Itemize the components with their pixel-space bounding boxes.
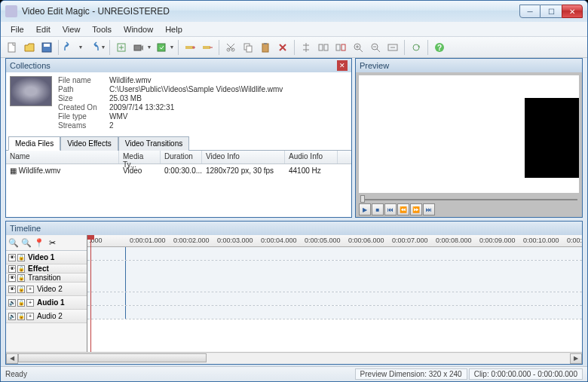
track-area-effect[interactable] [87,261,582,270]
tab-video-transitions[interactable]: Video Transitions [118,136,190,151]
table-row[interactable]: ▦ Wildlife.wmv Video 0:00:30.0... 1280x7… [6,164,351,176]
cut-button[interactable] [222,39,239,56]
group-button[interactable] [315,39,332,56]
window-title: Video Edit Magic - UNREGISTERED [22,6,519,17]
paste-button[interactable] [257,39,274,56]
toolbar: ▼ ▼ ▼ ▼ ? [1,37,587,58]
track-video1[interactable]: 👁🔒Video 1 [6,251,87,264]
menu-file[interactable]: File [5,23,29,35]
menu-edit[interactable]: Edit [31,23,56,35]
capture-dropdown[interactable]: ▼ [146,44,152,50]
collections-title: Collections [10,61,51,70]
svg-rect-2 [44,44,50,47]
import-button[interactable] [113,39,130,56]
add-track-button[interactable] [182,39,198,56]
track-transition[interactable]: 👁🔒Transition [6,274,87,283]
play-button[interactable]: ▶ [359,203,371,215]
zoom-out-button[interactable] [367,39,384,56]
svg-rect-11 [247,46,252,52]
status-ready: Ready [5,370,27,378]
svg-rect-13 [264,43,267,44]
next-frame-button[interactable]: ⏭ [423,203,435,215]
menu-view[interactable]: View [57,23,86,35]
save-button[interactable] [38,39,55,56]
copy-button[interactable] [240,39,256,56]
export-button[interactable] [153,39,170,56]
new-button[interactable] [4,39,20,56]
maximize-button[interactable]: ☐ [541,5,562,18]
svg-rect-6 [185,46,193,49]
status-dimension: Preview Dimension: 320 x 240 [355,368,467,380]
svg-rect-4 [134,45,141,50]
svg-rect-16 [336,44,340,50]
svg-rect-5 [158,44,165,51]
playhead[interactable] [90,235,91,352]
tl-marker[interactable]: 📍 [33,237,45,249]
collections-close[interactable]: ✕ [337,60,348,71]
seek-bar[interactable] [360,197,577,202]
svg-rect-7 [203,46,210,49]
collections-panel: Collections ✕ File nameWildlife.wmv Path… [5,58,352,218]
menu-tools[interactable]: Tools [87,23,117,35]
redo-dropdown[interactable]: ▼ [100,44,106,50]
redo-button[interactable] [84,39,101,56]
preview-area [359,75,579,193]
track-effect[interactable]: 👁🔒Effect [6,264,87,274]
capture-button[interactable] [130,39,147,56]
menu-window[interactable]: Window [118,23,158,35]
track-area-audio2[interactable] [87,306,582,319]
svg-rect-17 [341,44,345,50]
timeline-scrollbar[interactable]: ◀▶ [6,352,582,364]
delete-button[interactable] [274,39,291,56]
open-button[interactable] [21,39,38,56]
tab-video-effects[interactable]: Video Effects [60,136,118,151]
track-video2[interactable]: 👁🔒+Video 2 [6,283,87,296]
tl-zoom-in[interactable]: 🔍 [8,237,20,249]
svg-rect-15 [324,44,328,50]
track-area-audio1[interactable] [87,292,582,306]
forward-button[interactable]: ⏩ [410,203,422,215]
svg-rect-0 [8,43,15,52]
help-button[interactable]: ? [431,39,448,56]
tl-zoom-out[interactable]: 🔍 [20,237,32,249]
preview-title: Preview [360,61,389,70]
menu-help[interactable]: Help [160,23,188,35]
prev-frame-button[interactable]: ⏮ [384,203,397,215]
zoom-in-button[interactable] [350,39,366,56]
timeline-ruler[interactable]: .000 0:00:01.000 0:00:02.000 0:00:03.000… [87,235,582,247]
file-thumbnail [10,76,52,106]
tab-media-files[interactable]: Media Files [8,136,60,151]
refresh-button[interactable] [408,39,424,56]
track-audio1[interactable]: 🔊🔒+Audio 1 [6,296,87,310]
preview-video [525,98,579,178]
tl-cut[interactable]: ✂ [46,237,58,249]
svg-rect-12 [262,44,268,52]
ungroup-button[interactable] [332,39,349,56]
remove-track-button[interactable] [199,39,216,56]
undo-dropdown[interactable]: ▼ [78,44,84,50]
preview-panel: Preview ▶ ■ ⏮ ⏪ ⏩ ⏭ [355,58,583,218]
app-icon [5,5,17,17]
fit-button[interactable] [384,39,401,56]
track-audio2[interactable]: 🔊🔒+Audio 2 [6,310,87,323]
minimize-button[interactable]: ─ [519,5,541,18]
close-button[interactable]: ✕ [562,5,583,18]
track-area-video1[interactable] [87,247,582,261]
svg-rect-14 [319,44,323,50]
split-button[interactable] [298,39,314,56]
menubar: File Edit View Tools Window Help [1,22,587,37]
rewind-button[interactable]: ⏪ [397,203,409,215]
export-dropdown[interactable]: ▼ [169,44,175,50]
titlebar: Video Edit Magic - UNREGISTERED ─ ☐ ✕ [1,1,587,22]
timeline-panel: Timeline 🔍 🔍 📍 ✂ 👁🔒Video 1 👁🔒Effect 👁🔒Tr… [5,221,583,365]
media-table: Name Media Ty... Duration Video Info Aud… [6,151,351,217]
status-clip: Clip: 0:00:00.000 - 0:00:00.000 [469,368,583,380]
timeline-title: Timeline [10,224,41,233]
track-area-video2[interactable] [87,279,582,292]
undo-button[interactable] [62,39,78,56]
statusbar: Ready Preview Dimension: 320 x 240 Clip:… [1,366,587,381]
stop-button[interactable]: ■ [372,203,384,215]
svg-text:?: ? [437,44,442,52]
track-area-transition[interactable] [87,270,582,279]
